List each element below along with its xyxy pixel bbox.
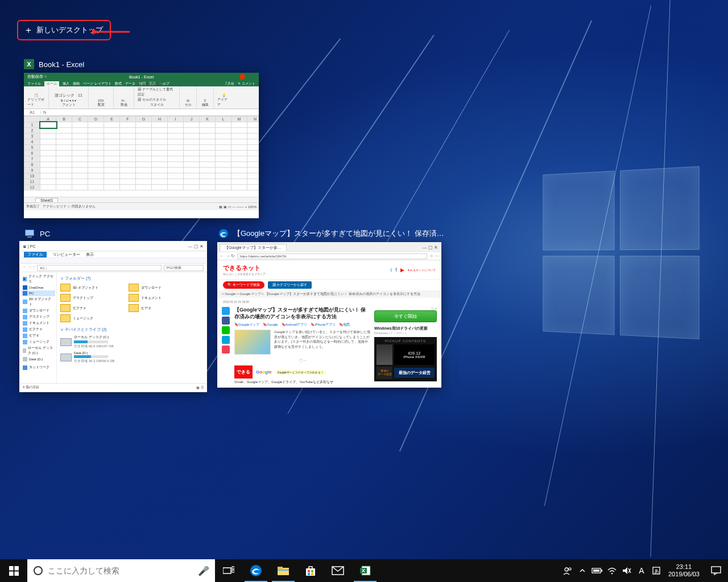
taskbar-app-explorer[interactable] [270,559,297,582]
autosave-label: 自動保存 ○ [27,74,47,80]
excel-icon: X [24,59,34,69]
svg-point-30 [565,568,568,571]
tray-ime-options-icon[interactable]: あ [649,559,664,582]
site-logo: できるネット [223,264,260,271]
taskview-button[interactable] [215,559,242,582]
tray-volume-icon[interactable] [619,559,634,582]
taskview-thumb-explorer[interactable]: 🖥 | PC— ▢ ✕ ファイルコンピューター表示 ← → ↑PC ›PCの検索… [20,242,206,391]
taskbar-app-mail[interactable] [324,559,351,582]
windows-logo-wallpaper [543,166,705,346]
annotation-arrow [92,26,132,38]
svg-point-12 [34,567,42,575]
cta-button: 今すぐ開始 [374,310,437,322]
svg-rect-23 [311,570,313,572]
svg-rect-18 [278,567,283,569]
system-tray: A あ 23:112019/06/03 [560,559,728,582]
svg-text:X: X [362,568,365,573]
svg-point-31 [569,568,571,570]
excel-ribbon: 📋クリップボード 游ゴシック 11B I U ▾ A ▾フォント ≡≡≡配置 %… [24,86,259,109]
edge-window-title: 【Googleマップ】スターが多すぎて地図が見にくい！ 保存済みの場所の... [233,228,446,239]
taskbar-app-store[interactable] [297,559,324,582]
excel-window-title: Book1 - Excel [39,60,84,69]
tray-chevron-up-icon[interactable] [575,559,590,582]
sheet-tab: Sheet1 [35,198,58,202]
svg-rect-11 [14,571,19,576]
svg-rect-10 [9,571,14,576]
svg-rect-24 [308,573,310,575]
svg-rect-21 [309,567,312,569]
svg-rect-8 [9,566,14,571]
svg-rect-14 [232,567,234,569]
svg-rect-6 [27,236,32,238]
taskview-title-explorer: PC [24,228,50,239]
svg-rect-20 [306,568,315,576]
svg-text:X: X [27,61,31,68]
explorer-sidebar: ★クイック アクセス OneDrive PC 3D オブジェクト ダウンロード … [20,272,57,383]
svg-marker-36 [623,567,627,574]
taskbar-app-edge[interactable] [242,559,270,582]
svg-rect-15 [232,570,234,572]
svg-rect-19 [278,569,289,571]
svg-rect-41 [712,567,721,573]
plus-icon: ＋ [24,26,33,35]
taskview-title-edge: 【Googleマップ】スターが多すぎて地図が見にくい！ 保存済みの場所の... [218,228,446,239]
svg-rect-22 [308,570,310,572]
taskview-thumb-excel[interactable]: 自動保存 ○ Book1 - Excel ファイル ホーム 挿入描画 ページ レ… [24,73,259,218]
taskbar: 🎤 X A あ 23:112019/06/03 [0,559,728,582]
edge-icon [218,228,229,239]
tray-battery-icon[interactable] [590,559,605,582]
taskview-title-excel: X Book1 - Excel [24,59,84,69]
search-box[interactable]: 🎤 [27,559,215,582]
taskbar-app-excel[interactable]: X [351,559,379,582]
search-input[interactable] [48,566,193,575]
cortana-icon [33,566,43,576]
excel-doc-title: Book1 - Excel [129,75,154,79]
start-button[interactable] [0,559,27,582]
svg-rect-33 [601,569,602,572]
svg-point-35 [611,573,613,575]
svg-text:あ: あ [653,568,659,574]
explorer-window-title: PC [40,230,50,238]
article-title: 【Googleマップ】スターが多すぎて地図が見にくい！ 保存済みの場所のアイコン… [234,307,371,320]
svg-rect-13 [223,568,231,573]
svg-rect-5 [26,230,34,235]
svg-rect-34 [593,569,599,572]
taskview-thumb-edge[interactable]: 【Googleマップ】スターが多…— ▢ ✕ ← → ↻https://deki… [217,242,441,388]
svg-rect-25 [311,573,313,575]
pc-icon [24,228,35,239]
tray-wifi-icon[interactable] [605,559,619,582]
tray-ime-icon[interactable]: A [634,559,649,582]
tray-people-icon[interactable] [560,559,575,582]
excel-grid: ABCDEFGHIJKLMN 1 2 3 4 5 6 7 8 9 10 11 1… [24,116,259,190]
action-center-button[interactable] [704,559,728,582]
mic-icon[interactable]: 🎤 [198,566,209,576]
svg-rect-9 [14,566,19,571]
tray-clock[interactable]: 23:112019/06/03 [664,563,704,577]
